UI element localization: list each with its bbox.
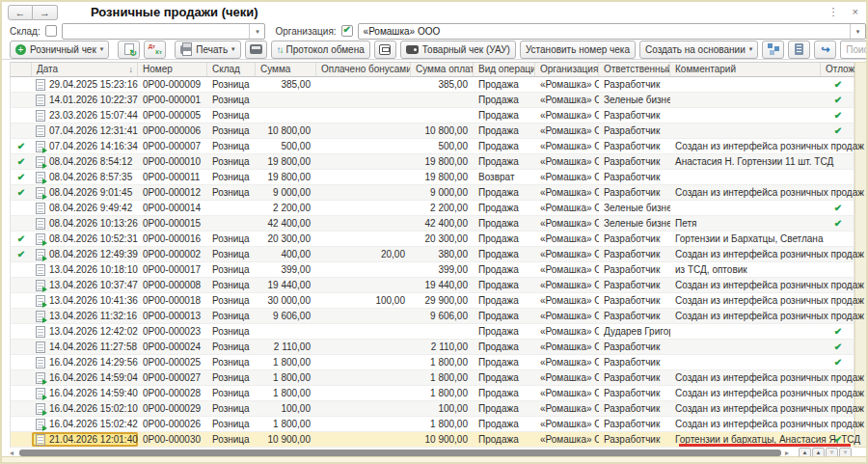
back-button[interactable]: ←	[8, 5, 33, 20]
new-receipt-button[interactable]: + Розничный чек ▾	[10, 41, 109, 59]
cell-bonus[interactable]	[316, 108, 411, 123]
header-deferred[interactable]: Отложен	[821, 63, 855, 76]
cell-deferred[interactable]	[821, 232, 855, 246]
cell-number[interactable]: 0P00-000005	[138, 108, 207, 123]
cell-bonus[interactable]	[316, 77, 411, 92]
cell-bonus[interactable]	[316, 185, 411, 200]
cell-payment[interactable]: 42 400,00	[411, 216, 474, 231]
cell-warehouse[interactable]: Розница	[207, 108, 256, 123]
table-row[interactable]: 14.04.2026 11:27:58 0P00-000024 Розница …	[11, 340, 854, 355]
cell-date[interactable]: 07.04.2026 14:16:34	[32, 139, 138, 153]
cell-organization[interactable]: «Ромашка» ООО	[535, 401, 599, 416]
cell-comment[interactable]	[670, 340, 821, 354]
cell-operation[interactable]: Продажа	[474, 108, 535, 123]
cell-number[interactable]: 0P00-000029	[138, 401, 207, 416]
table-row[interactable]: 29.04.2025 15:23:16 0P00-000009 Розница …	[11, 77, 854, 93]
cell-comment[interactable]	[670, 201, 821, 215]
cell-comment[interactable]	[670, 355, 821, 369]
cell-payment[interactable]: 385,00	[411, 77, 474, 92]
cell-payment[interactable]: 19 800,00	[411, 154, 474, 169]
cell-operation[interactable]: Продажа	[474, 247, 535, 261]
cell-responsible[interactable]: Зеленые бизнес ...	[599, 201, 670, 215]
cell-responsible[interactable]: Разработчик	[599, 386, 670, 400]
cell-responsible[interactable]: Разработчик	[599, 278, 670, 292]
cell-bonus[interactable]	[316, 370, 411, 385]
cell-bonus[interactable]	[316, 309, 411, 323]
cell-responsible[interactable]: Зеленые бизнес ...	[599, 93, 670, 107]
cell-operation[interactable]: Продажа	[474, 355, 535, 369]
chevron-down-icon[interactable]: ▾	[249, 24, 264, 39]
cell-responsible[interactable]: Разработчик	[599, 401, 670, 416]
table-row[interactable]: 08.04.2026 10:13:26 0P00-000015 42 400,0…	[11, 216, 854, 232]
cell-date[interactable]: 21.04.2026 12:01:40	[32, 432, 138, 447]
cell-comment[interactable]: Создан из интерфейса розничных продаж	[670, 417, 821, 431]
cell-operation[interactable]: Продажа	[474, 324, 535, 339]
close-icon[interactable]: ×	[853, 5, 858, 19]
cell-responsible[interactable]: Дударев Григорий	[599, 324, 670, 339]
cell-warehouse[interactable]: Розница	[207, 355, 256, 369]
header-comment[interactable]: Комментарий	[670, 63, 821, 76]
cell-number[interactable]: 0P00-000025	[138, 355, 207, 369]
header-date[interactable]: Дата ↓	[32, 63, 138, 76]
table-row[interactable]: 13.04.2026 11:32:16 0P00-000013 Розница …	[11, 309, 854, 324]
table-row[interactable]: ✔ 08.04.2026 8:57:35 0P00-000011 Розница…	[11, 170, 854, 185]
cell-organization[interactable]: «Ромашка» ООО	[535, 309, 599, 323]
cell-responsible[interactable]: Разработчик	[599, 247, 670, 261]
cell-warehouse[interactable]: Розница	[207, 247, 256, 261]
cell-number[interactable]: 0P00-000028	[138, 386, 207, 400]
table-row[interactable]: 16.04.2026 15:02:42 0P00-000026 Розница …	[11, 417, 854, 432]
cell-payment[interactable]: 10 900,00	[411, 432, 474, 447]
cell-organization[interactable]: «Ромашка» ООО	[535, 139, 599, 153]
cell-deferred[interactable]: ✔	[821, 201, 855, 215]
cell-date[interactable]: 08.04.2026 10:13:26	[32, 216, 138, 231]
cell-deferred[interactable]: ✔	[821, 77, 855, 92]
cell-operation[interactable]: Продажа	[474, 262, 535, 277]
cell-responsible[interactable]: Разработчик	[599, 355, 670, 369]
cell-organization[interactable]: «Ромашка» ООО	[535, 216, 599, 231]
cell-comment[interactable]: Создан из интерфейса розничных продаж	[670, 247, 821, 261]
cell-amount[interactable]: 385,00	[256, 77, 316, 92]
cell-deferred[interactable]: ✔	[821, 123, 855, 138]
copy-document-button[interactable]	[118, 41, 140, 59]
cell-amount[interactable]: 1 800,00	[256, 386, 316, 400]
cell-payment[interactable]: 500,00	[411, 139, 474, 153]
cell-deferred[interactable]: ✔	[821, 355, 855, 369]
cell-date[interactable]: 08.04.2026 8:54:12	[32, 154, 138, 169]
cell-payment[interactable]: 9 606,00	[411, 309, 474, 323]
cell-organization[interactable]: «Ромашка» ООО	[535, 293, 599, 308]
cell-organization[interactable]: «Ромашка» ООО	[535, 417, 599, 431]
cell-amount[interactable]: 2 200,00	[256, 201, 316, 215]
cell-comment[interactable]: Создан из интерфейса розничных продаж	[670, 370, 821, 385]
cell-organization[interactable]: «Ромашка» ООО	[535, 355, 599, 369]
cell-bonus[interactable]	[316, 201, 411, 215]
cell-comment[interactable]: Создан из интерфейса розничных продаж	[670, 386, 821, 400]
cell-amount[interactable]: 42 400,00	[256, 216, 316, 231]
cell-operation[interactable]: Продажа	[474, 278, 535, 292]
cell-number[interactable]: 0P00-000030	[138, 432, 207, 447]
cell-responsible[interactable]: Разработчик	[599, 417, 670, 431]
cell-deferred[interactable]	[821, 170, 855, 184]
cell-date[interactable]: 13.04.2026 12:42:02	[32, 324, 138, 339]
cell-amount[interactable]: 19 440,00	[256, 278, 316, 292]
cell-payment[interactable]: 10 800,00	[411, 123, 474, 138]
cell-date[interactable]: 13.04.2026 10:18:10	[32, 262, 138, 277]
table-row[interactable]: ✔ 07.04.2026 14:16:34 0P00-000007 Розниц…	[11, 139, 854, 154]
header-operation[interactable]: Вид операции	[474, 63, 535, 76]
cell-number[interactable]: 0P00-000007	[138, 139, 207, 153]
cell-deferred[interactable]: ✔	[821, 324, 855, 339]
header-number[interactable]: Номер	[138, 63, 207, 76]
cell-warehouse[interactable]: Розница	[207, 432, 256, 447]
cell-organization[interactable]: «Ромашка» ООО	[535, 278, 599, 292]
cell-organization[interactable]: «Ромашка» ООО	[535, 77, 599, 92]
cell-responsible[interactable]: Разработчик	[599, 123, 670, 138]
forward-button[interactable]: →	[33, 5, 58, 20]
cell-bonus[interactable]	[316, 123, 411, 138]
cell-responsible[interactable]: Зеленые бизнес ...	[599, 216, 670, 231]
cell-payment[interactable]: 1 800,00	[411, 355, 474, 369]
cell-operation[interactable]: Продажа	[474, 370, 535, 385]
cell-warehouse[interactable]	[207, 216, 256, 231]
cell-number[interactable]: 0P00-000010	[138, 154, 207, 169]
cell-number[interactable]: 0P00-000016	[138, 232, 207, 246]
cell-bonus[interactable]	[316, 432, 411, 447]
cell-deferred[interactable]: ✔	[821, 340, 855, 354]
